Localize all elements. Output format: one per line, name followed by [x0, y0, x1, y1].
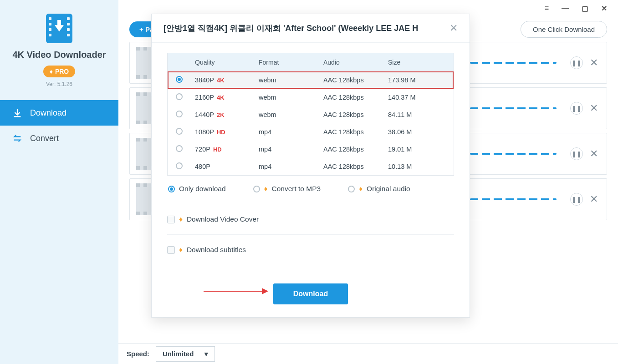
quality-label: 3840P — [195, 76, 214, 84]
format-label: webm — [259, 76, 323, 84]
brand-area: 4K Video Downloader ♦ PRO Ver: 5.1.26 — [0, 0, 118, 92]
dialog-footer: Download — [167, 283, 454, 304]
col-format: Format — [259, 59, 323, 66]
quality-row[interactable]: 480Pmp4AAC 128kbps10.13 M — [168, 158, 454, 175]
checkbox-icon — [167, 216, 175, 223]
quality-tag: 4K — [217, 77, 225, 84]
nav-convert[interactable]: Convert — [0, 126, 118, 151]
remove-button[interactable]: ✕ — [587, 193, 600, 206]
quality-label: 2160P — [195, 94, 214, 101]
radio-icon — [253, 186, 260, 192]
progress-bar — [470, 198, 557, 200]
radio-icon — [176, 93, 183, 100]
quality-dialog: [안방1열 직캠4K] 위클리 이재희 'After School' (Weee… — [151, 14, 470, 318]
quality-row[interactable]: 2160P4KwebmAAC 128kbps140.37 M — [168, 89, 454, 106]
audio-label: AAC 128kbps — [323, 146, 388, 153]
diamond-icon: ♦ — [50, 68, 53, 75]
speed-label: Speed: — [127, 350, 149, 358]
dialog-title: [안방1열 직캠4K] 위클리 이재희 'After School' (Weee… — [163, 23, 441, 34]
quality-tag: HD — [217, 129, 225, 136]
pause-button[interactable]: ❚❚ — [570, 102, 583, 115]
speed-value: Unlimited — [163, 350, 194, 358]
remove-button[interactable]: ✕ — [587, 102, 600, 115]
quality-table: Quality Format Audio Size 3840P4KwebmAAC… — [167, 53, 454, 176]
speed-select[interactable]: Unlimited ▾ — [156, 346, 215, 362]
radio-icon — [348, 186, 355, 192]
version-label: Ver: 5.1.26 — [0, 81, 118, 87]
diamond-icon: ♦ — [359, 185, 363, 193]
option-download-cover[interactable]: ♦ Download Video Cover — [167, 215, 454, 223]
audio-label: AAC 128kbps — [323, 128, 388, 136]
download-button[interactable]: Download — [273, 283, 348, 304]
quality-row[interactable]: 1080PHDmp4AAC 128kbps38.06 M — [168, 123, 454, 141]
pro-badge[interactable]: ♦ PRO — [43, 66, 76, 77]
diamond-icon: ♦ — [179, 246, 183, 254]
progress-bar — [470, 62, 557, 64]
nav-download-label: Download — [30, 108, 66, 118]
radio-icon — [176, 145, 183, 152]
option-only-download[interactable]: Only download — [168, 185, 226, 193]
nav-download[interactable]: Download — [0, 100, 118, 126]
col-audio: Audio — [323, 59, 388, 66]
diamond-icon: ♦ — [264, 185, 268, 193]
pause-button[interactable]: ❚❚ — [570, 193, 583, 206]
pause-button[interactable]: ❚❚ — [570, 147, 583, 160]
progress-bar — [470, 107, 557, 109]
radio-icon — [176, 128, 183, 135]
option-original-audio[interactable]: ♦ Original audio — [348, 185, 410, 193]
size-label: 19.01 M — [388, 146, 445, 153]
statusbar: Speed: Unlimited ▾ — [118, 343, 618, 364]
diamond-icon: ♦ — [179, 215, 183, 223]
format-label: mp4 — [259, 146, 323, 153]
close-dialog-button[interactable]: ✕ — [449, 22, 458, 34]
radio-icon — [168, 186, 175, 192]
format-label: webm — [259, 111, 323, 118]
audio-label: AAC 128kbps — [323, 94, 388, 101]
output-options: Only download ♦ Convert to MP3 ♦ Origina… — [168, 185, 453, 193]
size-label: 173.98 M — [388, 76, 445, 84]
maximize-icon[interactable]: ▢ — [582, 4, 588, 13]
checkbox-icon — [167, 246, 175, 254]
radio-icon — [176, 111, 183, 117]
progress-bar — [470, 153, 557, 155]
size-label: 84.11 M — [388, 111, 445, 118]
format-label: mp4 — [259, 163, 323, 170]
quality-row[interactable]: 3840P4KwebmAAC 128kbps173.98 M — [168, 71, 454, 89]
format-label: mp4 — [259, 128, 323, 136]
option-convert-mp3[interactable]: ♦ Convert to MP3 — [253, 185, 321, 193]
menu-icon[interactable]: ≡ — [545, 4, 549, 12]
audio-label: AAC 128kbps — [323, 111, 388, 118]
radio-icon — [176, 76, 183, 83]
quality-label: 1080P — [195, 128, 214, 136]
app-logo — [46, 14, 72, 43]
quality-table-header: Quality Format Audio Size — [168, 53, 454, 71]
minimize-icon[interactable]: — — [562, 4, 569, 12]
download-icon — [12, 107, 23, 118]
audio-label: AAC 128kbps — [323, 76, 388, 84]
dialog-header: [안방1열 직캠4K] 위클리 이재희 'After School' (Weee… — [152, 14, 470, 43]
sidebar: 4K Video Downloader ♦ PRO Ver: 5.1.26 Do… — [0, 0, 118, 364]
close-window-icon[interactable]: ✕ — [601, 4, 607, 13]
pro-label: PRO — [55, 68, 69, 75]
nav: Download Convert — [0, 100, 118, 151]
size-label: 10.13 M — [388, 163, 445, 170]
radio-icon — [176, 162, 183, 169]
col-size: Size — [388, 59, 445, 66]
one-click-download-button[interactable]: One Click Download — [521, 21, 607, 38]
quality-row[interactable]: 720PHDmp4AAC 128kbps19.01 M — [168, 141, 454, 158]
annotation-arrow — [204, 291, 267, 292]
size-label: 140.37 M — [388, 94, 445, 101]
col-quality: Quality — [195, 59, 259, 66]
quality-row[interactable]: 1440P2KwebmAAC 128kbps84.11 M — [168, 106, 454, 123]
option-download-subs[interactable]: ♦ Download subtitles — [167, 246, 454, 254]
size-label: 38.06 M — [388, 128, 445, 136]
quality-tag: 4K — [217, 94, 225, 101]
remove-button[interactable]: ✕ — [587, 147, 600, 160]
remove-button[interactable]: ✕ — [587, 56, 600, 69]
quality-label: 720P — [195, 146, 210, 153]
pause-button[interactable]: ❚❚ — [570, 56, 583, 69]
format-label: webm — [259, 94, 323, 101]
audio-label: AAC 128kbps — [323, 163, 388, 170]
nav-convert-label: Convert — [30, 134, 59, 143]
convert-icon — [12, 133, 23, 144]
